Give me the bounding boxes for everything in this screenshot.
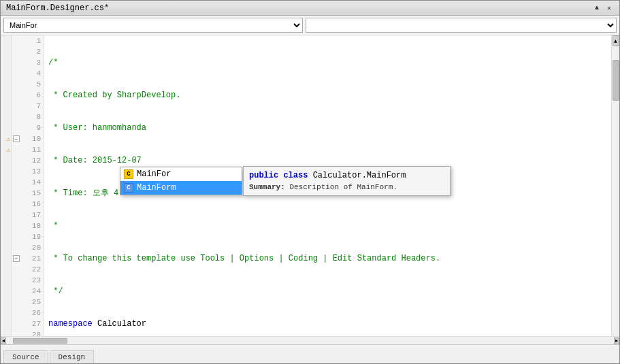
margin-line-10: ⚠ <box>1 133 11 144</box>
tooltip-summary: Summary: Description of MainForm. <box>249 183 444 191</box>
line-num-20: 20 <box>21 242 41 253</box>
margin-line <box>1 90 11 101</box>
line-num-28: 28 <box>21 329 41 336</box>
tab-source[interactable]: Source <box>3 350 48 363</box>
line-num-23: 23 <box>21 275 41 286</box>
margin-line <box>1 46 11 57</box>
code-line-6: * <box>48 220 611 231</box>
bottom-tabs: Source Design <box>1 344 619 363</box>
tooltip-header: public class Calculator.MainForm <box>249 171 444 180</box>
line-num-22: 22 <box>21 264 41 275</box>
margin-line <box>1 35 11 46</box>
margin-line <box>1 112 11 122</box>
line-num-17: 17 <box>21 210 41 220</box>
margin-line-11: ⚠ <box>1 144 11 155</box>
class-type-icon: C <box>124 169 133 179</box>
code-line-2: * Created by SharpDevelop. <box>48 90 611 101</box>
title-bar: MainForm.Designer.cs* ▲ ✕ <box>1 1 619 16</box>
window-title: MainForm.Designer.cs* <box>6 3 109 13</box>
code-line-1: /* <box>48 57 611 68</box>
gutter-spacer <box>12 144 21 155</box>
line-num-18: 18 <box>21 220 41 231</box>
title-controls: ▲ ✕ <box>592 3 614 13</box>
autocomplete-item-mainform[interactable]: C MainForm <box>120 181 242 195</box>
line-num-16: 16 <box>21 199 41 210</box>
line-num-15: 15 <box>21 188 41 199</box>
vertical-scrollbar[interactable]: ▲ <box>611 35 619 336</box>
line-num-10: 10 <box>21 133 41 144</box>
line-num-9: 9 <box>21 122 41 133</box>
autocomplete-label-mainform: MainForm <box>137 183 176 193</box>
line-numbers: 1 2 3 4 5 6 7 8 9 10 11 12 13 14 15 16 1… <box>21 35 44 336</box>
class-icon-selected: C <box>123 182 134 193</box>
line-num-11: 11 <box>21 144 41 155</box>
margin-line <box>1 79 11 90</box>
tab-source-label: Source <box>12 353 39 361</box>
h-scroll-area <box>6 337 614 344</box>
line-num-7: 7 <box>21 101 41 112</box>
h-scroll-thumb[interactable] <box>13 338 67 344</box>
gutter-spacer <box>12 155 21 166</box>
line-num-19: 19 <box>21 231 41 242</box>
margin-line <box>1 122 11 133</box>
gutter-spacer <box>12 35 21 133</box>
scroll-left-button[interactable]: ◄ <box>1 337 6 344</box>
autocomplete-label-mainfor: MainFor <box>137 169 171 179</box>
scroll-right-button[interactable]: ► <box>614 337 619 344</box>
tab-design[interactable]: Design <box>50 350 95 363</box>
line-num-14: 14 <box>21 177 41 188</box>
margin-line <box>1 101 11 112</box>
collapse-gutter: − − <box>12 35 21 336</box>
autocomplete-item-mainfor[interactable]: C MainFor <box>120 167 242 181</box>
line-num-4: 4 <box>21 68 41 79</box>
line-num-3: 3 <box>21 57 41 68</box>
tooltip-popup: public class Calculator.MainForm Summary… <box>243 166 451 196</box>
gutter-spacer <box>12 166 21 253</box>
line-num-12: 12 <box>21 155 41 166</box>
code-line-4: * Date: 2015-12-07 <box>48 155 611 166</box>
line-num-5: 5 <box>21 79 41 90</box>
class-icon: C <box>123 169 134 180</box>
line-num-27: 27 <box>21 318 41 329</box>
dropdowns-row: MainFor MainForm <box>1 16 619 35</box>
margin-line <box>1 57 11 68</box>
code-line-7: * To change this template use Tools | Op… <box>48 253 611 264</box>
editor-area: ⚠ ⚠ − − 1 2 3 4 5 6 7 8 <box>1 35 619 336</box>
code-line-8: */ <box>48 286 611 297</box>
line-num-25: 25 <box>21 297 41 308</box>
tooltip-summary-label: Summary: <box>249 183 285 191</box>
h-scroll-track[interactable]: ◄ ► <box>1 337 619 344</box>
tooltip-summary-text: Description of MainForm. <box>289 183 397 191</box>
line-num-2: 2 <box>21 46 41 57</box>
margin-line <box>1 68 11 79</box>
line-num-6: 6 <box>21 90 41 101</box>
left-margin: ⚠ ⚠ <box>1 35 12 336</box>
line-num-26: 26 <box>21 308 41 318</box>
class-dropdown[interactable]: MainFor MainForm <box>3 18 303 33</box>
code-line-3: * User: hanmomhanda <box>48 122 611 133</box>
member-dropdown[interactable] <box>306 18 617 33</box>
scroll-thumb[interactable] <box>613 60 619 101</box>
autocomplete-popup[interactable]: C MainFor C MainForm <box>120 167 242 195</box>
horizontal-scrollbar[interactable]: ◄ ► <box>1 336 619 344</box>
tab-design-label: Design <box>59 353 86 361</box>
minimize-button[interactable]: ▲ <box>592 3 602 13</box>
line-num-24: 24 <box>21 286 41 297</box>
warning-icon: ⚠ <box>7 146 10 154</box>
line-num-1: 1 <box>21 35 41 46</box>
class-type-icon-selected: C <box>124 183 133 193</box>
close-button[interactable]: ✕ <box>604 3 614 13</box>
window: MainForm.Designer.cs* ▲ ✕ MainFor MainFo… <box>0 0 620 364</box>
scroll-up-button[interactable]: ▲ <box>613 35 619 46</box>
fold-box-22[interactable]: − <box>13 255 20 262</box>
fold-box-10[interactable]: − <box>13 135 20 142</box>
line-num-13: 13 <box>21 166 41 177</box>
code-line-9: namespace Calculator <box>48 318 611 329</box>
line-num-21: 21 <box>21 253 41 264</box>
warning-icon: ⚠ <box>7 135 10 143</box>
line-num-8: 8 <box>21 112 41 122</box>
